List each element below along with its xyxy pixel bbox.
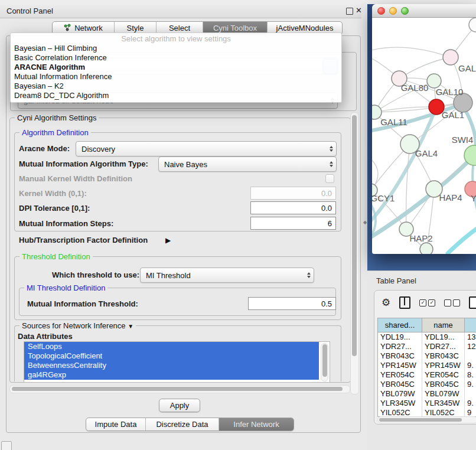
table-row[interactable]: YBR045CYBR045C9.	[378, 380, 476, 389]
settings-gear-icon[interactable]: ⚙	[382, 298, 390, 308]
hub-definition-label: Hub/Transcription Factor Definition	[19, 236, 148, 244]
table-row[interactable]: YIL052CYIL052C9	[378, 408, 476, 417]
column-header-name[interactable]: name	[422, 318, 465, 332]
control-panel-titlebar: Control Panel ✕	[0, 4, 361, 18]
data-attributes-label: Data Attributes	[18, 332, 73, 341]
expand-arrow-icon[interactable]: ▶	[165, 236, 171, 244]
table-cell: YLR345W	[422, 399, 465, 408]
list-vertical-scrollbar[interactable]	[321, 343, 328, 381]
table-row[interactable]: YBR043CYBR043C	[378, 351, 476, 361]
table-cell: YPR145W	[422, 361, 465, 370]
algorithm-option-basic-correlation-inference[interactable]: Basic Correlation Inference	[11, 53, 341, 63]
table-cell: 12	[465, 342, 476, 351]
network-edge	[374, 107, 436, 112]
panel-divider-handle[interactable]: ◆	[363, 220, 366, 225]
table-cell: 9.	[465, 399, 476, 408]
table-row[interactable]: YPR145WYPR145W9.	[378, 361, 476, 370]
zoom-traffic-light-icon[interactable]	[401, 7, 409, 15]
tab-infer-network[interactable]: Infer Network	[219, 418, 294, 431]
algorithm-option-dream8-dc-tdc-algorithm[interactable]: Dream8 DC_TDC Algorithm	[11, 91, 341, 100]
algorithm-option-bayesian-hill-climbing[interactable]: Bayesian – Hill Climbing	[11, 44, 341, 53]
table-cell: YBR043C	[378, 351, 422, 361]
table-hscrollbar-thumb[interactable]	[379, 418, 462, 422]
node-table: shared...nameAYDL19...YDL19...13YDR27...…	[377, 318, 476, 417]
mi-threshold-value: 0.5	[321, 299, 332, 308]
network-node[interactable]	[420, 243, 433, 254]
dpi-tolerance-field[interactable]: 0.0	[250, 201, 336, 214]
minimize-traffic-light-icon[interactable]	[389, 7, 397, 15]
mi-steps-field[interactable]: 6	[250, 217, 336, 230]
table-row[interactable]: YLR345WYLR345W9.	[378, 399, 476, 408]
network-node-label: GCY1	[372, 193, 395, 203]
table-cell: 9.	[465, 380, 476, 389]
table-cell: YIL052C	[378, 408, 422, 417]
unchecked-box-icon	[444, 299, 451, 306]
table-row[interactable]: YBL079WYBL079W	[378, 389, 476, 399]
network-view-window: GALGAL80GAL10GAL1GAL11GAL4SWI4GCY1HAP4YH…	[372, 4, 476, 254]
which-threshold-label: Which threshold to use:	[52, 270, 139, 279]
which-threshold-combo[interactable]: MI Threshold	[140, 268, 314, 283]
network-node-label: HAP2	[409, 233, 432, 243]
close-traffic-light-icon[interactable]	[377, 7, 385, 15]
network-node-label: HAP4	[439, 193, 462, 203]
algorithm-dropdown-popup: Select algorithm to view settings Bayesi…	[10, 32, 342, 103]
aracne-mode-combo[interactable]: Discovery	[76, 141, 337, 156]
algorithm-option-bayesian-k2[interactable]: Bayesian – K2	[11, 81, 341, 91]
list-scrollbar-thumb[interactable]	[322, 344, 327, 377]
mi-type-combo[interactable]: Naive Bayes	[158, 156, 337, 172]
table-cell: YBL079W	[378, 389, 422, 399]
new-table-icon[interactable]	[469, 296, 476, 309]
tab-impute-data[interactable]: Impute Data	[86, 418, 146, 431]
apply-button[interactable]: Apply	[159, 399, 200, 412]
mi-steps-label: Mutual Information Steps:	[19, 219, 113, 228]
collapse-arrow-icon[interactable]: ▼	[128, 323, 133, 330]
network-node-gal[interactable]	[443, 50, 458, 65]
algorithm-option-aracne-algorithm[interactable]: ARACNE Algorithm	[11, 63, 341, 72]
float-window-icon[interactable]	[346, 8, 353, 15]
column-layout-icon[interactable]	[399, 296, 410, 309]
settings-vertical-scrollbar[interactable]	[350, 112, 359, 394]
mi-type-label: Mutual Information Algorithm Type:	[19, 159, 148, 168]
tab-label: Impute Data	[95, 420, 137, 429]
tab-discretize-data[interactable]: Discretize Data	[146, 418, 219, 431]
table-row[interactable]: YDL19...YDL19...13	[378, 332, 476, 342]
network-canvas[interactable]: GALGAL80GAL10GAL1GAL11GAL4SWI4GCY1HAP4YH…	[372, 18, 476, 254]
table-row[interactable]: YER054CYER054C8.	[378, 370, 476, 380]
control-panel-title: Control Panel	[6, 6, 53, 15]
column-header-shared[interactable]: shared...	[378, 318, 422, 332]
table-panel-title: Table Panel	[376, 276, 416, 285]
combo-stepper-icon	[326, 146, 336, 152]
settings-horizontal-scrollbar[interactable]	[9, 385, 350, 393]
deselect-checkboxes-icon[interactable]	[444, 299, 460, 306]
table-cell: YER054C	[422, 370, 465, 380]
table-cell: 8.	[465, 370, 476, 380]
data-attribute-option[interactable]: SelfLoops	[24, 342, 319, 351]
network-node[interactable]	[469, 18, 476, 32]
table-cell	[465, 351, 476, 361]
settings-hscrollbar-thumb[interactable]	[12, 387, 343, 391]
kernel-width-field[interactable]: 0.0	[250, 187, 336, 200]
table-row[interactable]: YDR27...YDR27...12	[378, 342, 476, 351]
sources-title-text: Sources for Network Inference	[22, 321, 126, 330]
select-all-checkboxes-icon[interactable]: ✓ ✓	[419, 299, 435, 306]
sources-group-title: Sources for Network Inference ▼	[19, 321, 136, 330]
cyni-algorithm-settings-title: Cyni Algorithm Settings	[15, 113, 99, 122]
data-attribute-option[interactable]: gal4RGexp	[24, 370, 319, 380]
data-attributes-list[interactable]: SelfLoopsTopologicalCoefficientBetweenne…	[24, 341, 330, 383]
tab-label: Select	[169, 24, 190, 32]
data-attribute-option[interactable]: BetweennessCentrality	[24, 361, 319, 370]
table-horizontal-scrollbar[interactable]	[377, 416, 476, 423]
manual-kernel-checkbox[interactable]	[325, 174, 334, 183]
mi-threshold-group-title: MI Threshold Definition	[24, 283, 107, 292]
bottom-left-grip[interactable]	[1, 441, 12, 450]
network-node-label: GAL4	[415, 148, 438, 158]
network-node-gal10[interactable]	[427, 74, 441, 88]
manual-kernel-label: Manual Kernel Width Definition	[19, 174, 132, 183]
threshold-definition-title: Threshold Definition	[19, 252, 93, 261]
algorithm-option-mutual-information-inference[interactable]: Mutual Information Inference	[11, 72, 341, 81]
settings-vscrollbar-thumb[interactable]	[352, 115, 357, 356]
data-attribute-option[interactable]: TopologicalCoefficient	[24, 351, 319, 361]
popup-header: Select algorithm to view settings	[11, 33, 341, 44]
column-header-a[interactable]: A	[465, 318, 476, 332]
mi-threshold-field[interactable]: 0.5	[248, 297, 336, 310]
